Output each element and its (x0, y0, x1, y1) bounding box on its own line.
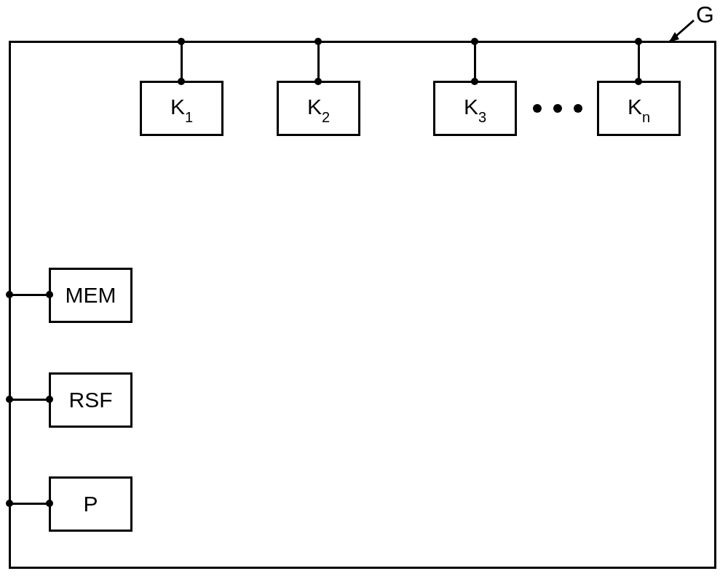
dot-p-right (46, 500, 53, 507)
block-kn-label: Kn (628, 95, 650, 123)
block-kn: Kn (597, 81, 681, 136)
connector-k3 (474, 41, 476, 81)
dot-k1-top (178, 38, 185, 45)
block-p-label: P (83, 492, 98, 516)
dot-rsf-left (6, 396, 13, 403)
connector-p (9, 503, 49, 505)
block-k3: K3 (433, 81, 517, 136)
block-k2: K2 (277, 81, 360, 136)
dot-k2-bottom (314, 78, 322, 85)
connector-k1 (181, 41, 183, 81)
block-rsf: RSF (49, 372, 132, 428)
block-mem: MEM (49, 268, 132, 323)
block-k2-label: K2 (307, 95, 330, 123)
connector-kn (638, 41, 640, 81)
ellipsis-dot-1 (533, 104, 542, 113)
block-mem-label: MEM (66, 283, 116, 308)
dot-mem-left (6, 291, 13, 298)
dot-kn-bottom (635, 78, 642, 85)
connector-mem (9, 294, 49, 296)
block-k1-label: K1 (170, 95, 193, 123)
dot-rsf-right (46, 396, 53, 403)
arrow-to-box (659, 17, 703, 47)
dot-mem-right (46, 291, 53, 298)
diagram-canvas: G K1 K2 K3 Kn MEM RSF (0, 0, 728, 579)
dot-k3-top (471, 38, 478, 45)
connector-k2 (317, 41, 320, 81)
dot-kn-top (635, 38, 642, 45)
dot-k2-top (314, 38, 322, 45)
connector-rsf (9, 399, 49, 401)
dot-p-left (6, 500, 13, 507)
block-rsf-label: RSF (69, 388, 113, 412)
block-k3-label: K3 (464, 95, 486, 123)
ellipsis-dot-3 (574, 104, 582, 113)
block-k1: K1 (140, 81, 223, 136)
dot-k3-bottom (471, 78, 478, 85)
ellipsis-dot-2 (553, 104, 562, 113)
block-p: P (49, 476, 132, 532)
dot-k1-bottom (178, 78, 185, 85)
